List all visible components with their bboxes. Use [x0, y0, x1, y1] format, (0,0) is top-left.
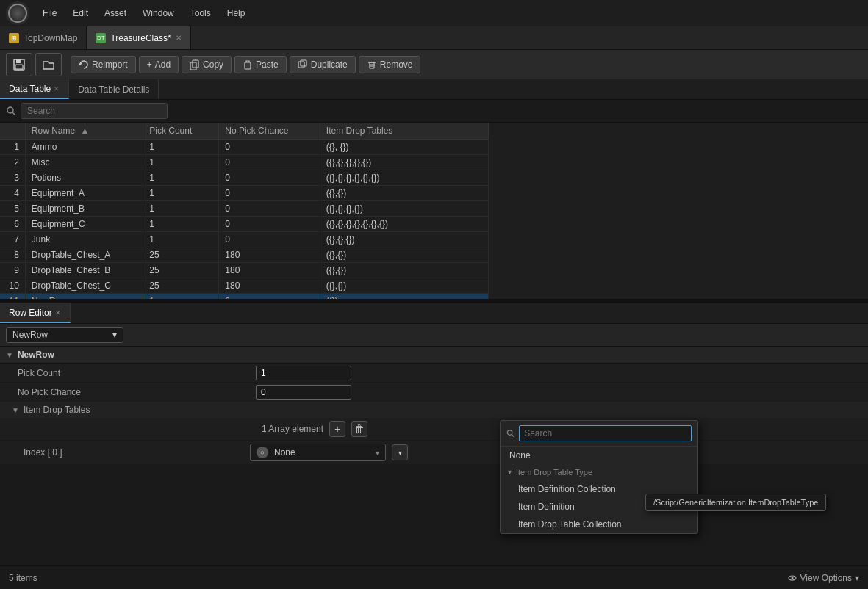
menu-help[interactable]: Help — [220, 5, 253, 21]
prop-label-pickcount: Pick Count — [0, 365, 250, 381]
table-row[interactable]: 5 Equipment_B 1 0 ({},{},{},{}) — [0, 201, 489, 217]
tab-treasureclass[interactable]: DT TreasureClass* ✕ — [87, 26, 190, 49]
row-editor-tab[interactable]: Row Editor ✕ — [0, 303, 71, 323]
row-nopickchance: 0 — [219, 155, 320, 170]
row-name: Misc — [25, 155, 143, 170]
save-button[interactable] — [6, 53, 32, 76]
tooltip-popup: /Script/GenericItemization.ItemDropTable… — [645, 494, 826, 511]
svg-rect-5 — [245, 62, 251, 69]
tab-treasureclass-close[interactable]: ✕ — [176, 34, 182, 42]
row-itemdroptables: ({},{}) — [320, 186, 488, 201]
array-controls-right: 1 Array element + 🗑 — [262, 421, 367, 437]
dropdown-category-arrow: ▼ — [506, 469, 513, 476]
prop-input-nopickchance[interactable] — [256, 385, 351, 400]
paste-button[interactable]: Paste — [234, 56, 287, 73]
menu-tools[interactable]: Tools — [183, 5, 218, 21]
row-pickcount: 1 — [143, 186, 219, 201]
search-input[interactable] — [21, 103, 168, 119]
row-editor-tab-close[interactable]: ✕ — [55, 309, 61, 317]
menu-file[interactable]: File — [35, 5, 64, 21]
row-selector-value: NewRow — [12, 330, 48, 340]
remove-button[interactable]: Remove — [359, 56, 421, 73]
prop-value-pickcount — [250, 364, 868, 382]
row-itemdroptables: ({},{}) — [320, 263, 488, 278]
tab-topdownmap-label: TopDownMap — [24, 33, 77, 43]
prop-input-pickcount[interactable] — [256, 366, 351, 380]
table-row[interactable]: 3 Potions 1 0 ({},{},{},{},{},{}) — [0, 170, 489, 186]
col-header-pickcount[interactable]: Pick Count — [143, 123, 219, 140]
index-controls: ○ None ▾ ▾ — [250, 444, 408, 461]
folder-open-button[interactable] — [35, 53, 62, 76]
none-dropdown-icon: ○ — [257, 447, 268, 458]
table-row[interactable]: 6 Equipment_C 1 0 ({},{},{},{},{},{},{}) — [0, 217, 489, 232]
panel-tab-datatable[interactable]: Data Table ✕ — [0, 79, 69, 99]
table-row[interactable]: 11 NewRow 1 0 ({}) — [0, 294, 489, 300]
row-pickcount: 1 — [143, 201, 219, 217]
save-icon — [12, 58, 26, 71]
paste-icon — [243, 59, 253, 70]
ue-logo-icon — [8, 4, 27, 23]
table-row[interactable]: 4 Equipment_A 1 0 ({},{}) — [0, 186, 489, 201]
add-button[interactable]: + Add — [139, 56, 179, 73]
row-itemdroptables: ({},{},{},{}) — [320, 201, 488, 217]
menu-edit[interactable]: Edit — [65, 5, 96, 21]
view-options-button[interactable]: View Options ▾ — [787, 573, 859, 583]
svg-line-12 — [12, 112, 15, 115]
menu-bar: File Edit Asset Window Tools Help — [35, 5, 252, 21]
reimport-button[interactable]: Reimport — [71, 56, 136, 73]
add-icon: + — [147, 59, 152, 70]
remove-icon — [367, 59, 377, 70]
copy-button[interactable]: Copy — [182, 56, 232, 73]
row-selector-bar: NewRow ▾ — [0, 324, 868, 347]
table-row[interactable]: 10 DropTable_Chest_C 25 180 ({},{}) — [0, 278, 489, 294]
menu-asset[interactable]: Asset — [97, 5, 134, 21]
row-num: 1 — [0, 140, 25, 155]
array-remove-button[interactable]: 🗑 — [351, 421, 367, 437]
row-name: NewRow — [25, 294, 143, 300]
add-label: Add — [155, 59, 171, 70]
table-row[interactable]: 9 DropTable_Chest_B 25 180 ({},{}) — [0, 263, 489, 278]
dropdown-category-itemdroptabletype: ▼ Item Drop Table Type — [501, 464, 697, 480]
duplicate-icon — [298, 59, 308, 70]
row-nopickchance: 0 — [219, 294, 320, 300]
dropdown-category-label: Item Drop Table Type — [516, 468, 592, 477]
dropdown-item-itemdroptablecollection[interactable]: Item Drop Table Collection — [501, 516, 697, 533]
array-add-button[interactable]: + — [329, 421, 345, 437]
col-header-rowname[interactable]: Row Name ▲ — [25, 123, 143, 140]
properties-panel: ▼ NewRow Pick Count No Pick Chance ▼ Ite… — [0, 347, 868, 466]
row-selector-dropdown[interactable]: NewRow ▾ — [6, 327, 123, 343]
copy-icon — [190, 59, 200, 70]
tab-treasureclass-label: TreasureClass* — [110, 33, 171, 43]
paste-label: Paste — [256, 59, 279, 70]
sort-arrow: ▲ — [81, 126, 90, 136]
eye-icon — [787, 573, 797, 583]
col-header-nopickchance[interactable]: No Pick Chance — [219, 123, 320, 140]
row-nopickchance: 0 — [219, 186, 320, 201]
reimport-label: Reimport — [92, 59, 128, 70]
svg-rect-1 — [16, 59, 21, 63]
duplicate-button[interactable]: Duplicate — [290, 56, 356, 73]
tab-topdownmap[interactable]: ⊞ TopDownMap — [0, 26, 87, 49]
table-row[interactable]: 7 Junk 1 0 ({},{},{}) — [0, 232, 489, 247]
table-row[interactable]: 8 DropTable_Chest_A 25 180 ({},{}) — [0, 247, 489, 263]
row-pickcount: 25 — [143, 263, 219, 278]
table-row[interactable]: 2 Misc 1 0 ({},{},{},{},{}) — [0, 155, 489, 170]
search-bar — [0, 100, 868, 123]
panel-tab-datatable-close[interactable]: ✕ — [54, 85, 60, 93]
menu-window[interactable]: Window — [135, 5, 182, 21]
col-header-itemdroptables[interactable]: Item Drop Tables — [320, 123, 488, 140]
tab-bar: ⊞ TopDownMap DT TreasureClass* ✕ — [0, 26, 868, 50]
dropdown-search-input[interactable] — [519, 425, 692, 441]
row-nopickchance: 180 — [219, 247, 320, 263]
dropdown-item-none[interactable]: None — [501, 447, 697, 464]
expand-button[interactable]: ▾ — [392, 444, 408, 460]
row-nopickchance: 0 — [219, 170, 320, 186]
row-nopickchance: 0 — [219, 232, 320, 247]
table-row[interactable]: 1 Ammo 1 0 ({}, {}) — [0, 140, 489, 155]
item-drop-tables-header[interactable]: ▼ Item Drop Tables — [0, 402, 868, 418]
row-editor-tab-bar: Row Editor ✕ — [0, 303, 868, 324]
panel-tab-datatabledetails[interactable]: Data Table Details — [69, 79, 159, 99]
dropdown-popup: None ▼ Item Drop Table Type Item Definit… — [500, 420, 698, 534]
none-dropdown[interactable]: ○ None ▾ — [250, 444, 386, 461]
row-name: Equipment_C — [25, 217, 143, 232]
